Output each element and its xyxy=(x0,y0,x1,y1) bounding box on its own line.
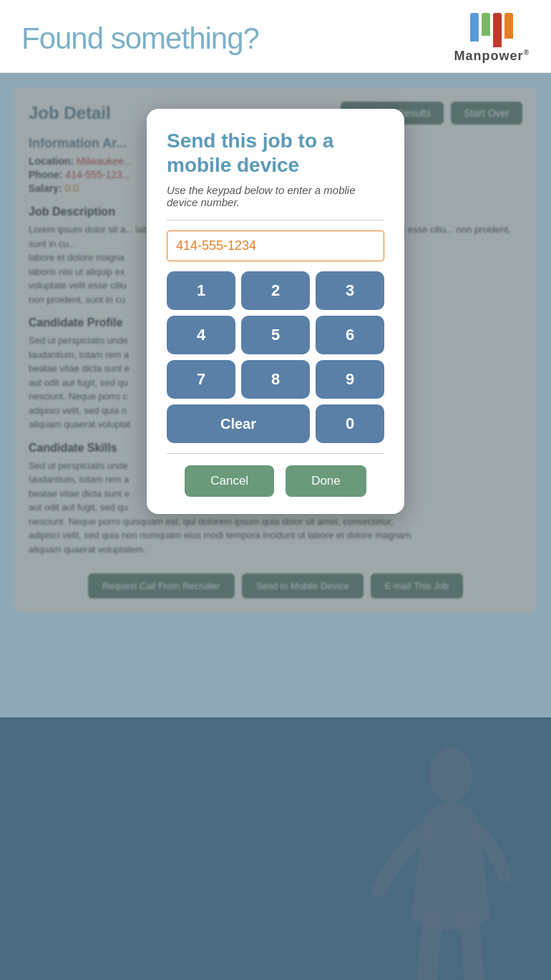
key-5[interactable]: 5 xyxy=(241,316,310,354)
main-area: Job Detail Return to Results Start Over … xyxy=(0,73,551,717)
key-1[interactable]: 1 xyxy=(167,271,235,310)
woman-silhouette xyxy=(365,732,522,980)
logo-bar-4 xyxy=(504,13,513,39)
key-3[interactable]: 3 xyxy=(316,271,384,310)
modal-divider-bottom xyxy=(167,453,384,454)
modal-divider-top xyxy=(167,220,384,220)
modal-subtitle: Use the keypad below to enter a moblie d… xyxy=(167,184,384,208)
cancel-button[interactable]: Cancel xyxy=(185,465,274,497)
logo-bar-2 xyxy=(482,13,490,36)
svg-point-0 xyxy=(429,747,472,802)
keypad: 1 2 3 4 5 6 7 8 9 Clear 0 xyxy=(167,271,384,443)
logo-bar-1 xyxy=(470,13,479,42)
key-clear[interactable]: Clear xyxy=(167,404,310,443)
modal-wrapper: Send this job to a mobile device Use the… xyxy=(147,109,404,514)
phone-input[interactable] xyxy=(167,231,384,261)
key-8[interactable]: 8 xyxy=(241,360,310,399)
header: Found something? Manpower® xyxy=(0,0,551,73)
bottom-section xyxy=(0,717,551,980)
key-6[interactable]: 6 xyxy=(316,316,384,354)
logo-text: Manpower® xyxy=(454,49,530,64)
done-button[interactable]: Done xyxy=(286,465,366,497)
key-9[interactable]: 9 xyxy=(316,360,384,399)
logo: Manpower® xyxy=(454,13,530,64)
key-2[interactable]: 2 xyxy=(241,271,310,310)
key-4[interactable]: 4 xyxy=(167,316,235,354)
send-to-mobile-modal: Send this job to a mobile device Use the… xyxy=(147,109,404,514)
logo-bars xyxy=(470,13,513,47)
modal-actions: Cancel Done xyxy=(167,465,384,497)
key-7[interactable]: 7 xyxy=(167,360,235,399)
key-0[interactable]: 0 xyxy=(316,404,384,443)
modal-title: Send this job to a mobile device xyxy=(167,129,384,177)
page-title: Found something? xyxy=(21,21,259,56)
logo-bar-3 xyxy=(493,13,502,47)
